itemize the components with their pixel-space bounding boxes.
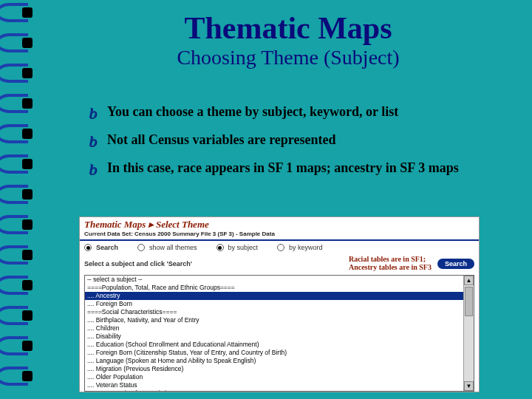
listbox-option[interactable]: .... Older Population <box>85 373 474 381</box>
sf-note: Racial tables are in SF1; Ancestry table… <box>349 256 432 271</box>
breadcrumb-b: Select Theme <box>156 219 209 230</box>
listbox-option[interactable]: .... Veteran Status <box>85 381 474 389</box>
bullet-list: b You can choose a theme by subject, key… <box>59 103 517 177</box>
radio-by-keyword[interactable] <box>277 244 284 251</box>
radio-search-label: Search <box>96 244 118 251</box>
listbox-option[interactable]: .... Foreign Born <box>85 300 474 308</box>
slide-content: Thematic Maps Choosing Theme (Subject) b… <box>44 0 532 188</box>
sf-note-line1: Racial tables are in SF1; <box>349 255 426 263</box>
radio-by-subject-label: by subject <box>228 244 259 251</box>
listbox-option[interactable]: .... Disability <box>85 332 474 341</box>
spiral-binding <box>0 0 40 399</box>
slide-subtitle: Choosing Theme (Subject) <box>59 46 517 69</box>
listbox-option[interactable]: ====Social Characteristics==== <box>85 308 474 316</box>
bullet-text: In this case, race appears in SF 1 maps;… <box>107 160 517 177</box>
scroll-down-icon[interactable]: ▼ <box>464 381 474 391</box>
listbox-option[interactable]: ====Population, Total, Race and Ethnic G… <box>85 284 474 292</box>
listbox-option[interactable]: .... Foreign Born (Citizenship Status, Y… <box>85 349 474 357</box>
slide-title: Thematic Maps <box>59 12 517 44</box>
listbox-option[interactable]: -- select a subject -- <box>85 276 474 284</box>
radio-row: Search show all themes by subject by key… <box>80 241 479 254</box>
search-button[interactable]: Search <box>437 259 474 269</box>
breadcrumb-a: Thematic Maps <box>84 219 146 230</box>
bullet-item: b You can choose a theme by subject, key… <box>89 103 517 121</box>
listbox-option[interactable]: .... Ancestry <box>85 292 474 300</box>
subject-listbox[interactable]: -- select a subject --====Population, To… <box>84 275 474 392</box>
instruction-text: Select a subject and click 'Search' <box>84 260 192 267</box>
listbox-option[interactable]: .... Migration (Previous Residence) <box>85 365 474 373</box>
bullet-icon: b <box>89 105 97 121</box>
listbox-options: -- select a subject --====Population, To… <box>85 276 474 392</box>
sf-note-line2: Ancestry tables are in SF3 <box>349 263 432 271</box>
listbox-option[interactable]: .... Birthplace, Nativity, and Year of E… <box>85 316 474 324</box>
radio-show-all-label: show all themes <box>149 244 197 251</box>
breadcrumb: Thematic Maps ▸ Select Theme <box>80 217 479 231</box>
listbox-option[interactable]: .... Children <box>85 324 474 332</box>
bullet-icon: b <box>89 161 97 177</box>
scrollbar[interactable]: ▲ ▼ <box>463 276 474 391</box>
scroll-track[interactable] <box>464 285 474 381</box>
listbox-option[interactable]: .... Education (School Enrollment and Ed… <box>85 341 474 349</box>
embedded-screenshot: Thematic Maps ▸ Select Theme Current Dat… <box>80 217 479 392</box>
radio-by-keyword-label: by keyword <box>289 244 323 251</box>
scroll-up-icon[interactable]: ▲ <box>464 276 474 285</box>
listbox-option[interactable]: ====Economic Characteristics==== <box>85 389 474 392</box>
listbox-option[interactable]: .... Language (Spoken at Home and Abilit… <box>85 357 474 365</box>
radio-by-subject[interactable] <box>216 244 224 251</box>
scroll-thumb[interactable] <box>465 287 473 316</box>
radio-show-all[interactable] <box>137 244 145 251</box>
bullet-item: b In this case, race appears in SF 1 map… <box>89 160 517 177</box>
chevron-right-icon: ▸ <box>149 219 154 230</box>
dataset-line: Current Data Set: Census 2000 Summary Fi… <box>80 231 479 241</box>
bullet-icon: b <box>89 133 97 149</box>
note-row: Select a subject and click 'Search' Raci… <box>80 254 479 273</box>
bullet-item: b Not all Census variables are represent… <box>89 132 517 149</box>
bullet-text: Not all Census variables are represented <box>107 132 517 149</box>
bullet-text: You can choose a theme by subject, keywo… <box>107 103 517 120</box>
radio-search[interactable] <box>84 244 92 251</box>
